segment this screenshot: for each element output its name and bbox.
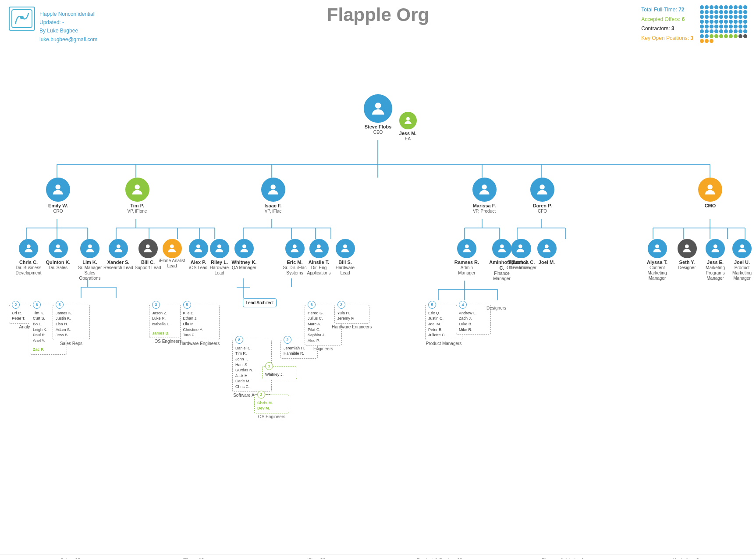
xander-node: Xander S. Research Lead (103, 239, 134, 271)
ios-badge: 3 (152, 301, 160, 309)
zachj2-title: Finance (513, 265, 529, 271)
page-title: Flapple Org (327, 4, 429, 25)
ea-title: EA (405, 136, 411, 142)
ea-avatar (399, 112, 417, 129)
sales-reps1-badge: 6 (33, 301, 41, 309)
daren-title: CFO (538, 209, 547, 214)
designers-group: Designers (486, 305, 506, 311)
tim-node: Tim P. VP, iFlone (122, 178, 153, 214)
marissa-title: VP, Product (473, 209, 496, 214)
alexp-name: Alex P. (191, 260, 206, 265)
svg-point-59 (56, 185, 60, 189)
stats-panel: Total Full-Time: 72 Accepted Offers: 6 C… (641, 5, 747, 43)
svg-point-65 (27, 245, 31, 249)
quinton-title: Dir. Sales (49, 265, 67, 271)
limk-avatar (80, 239, 99, 258)
key-open-stat: Key Open Positions: 3 (641, 34, 693, 43)
cmo-node: CMO (696, 178, 724, 209)
emily-title: CRO (53, 209, 63, 214)
jesse-avatar (706, 239, 725, 258)
svg-point-57 (375, 102, 381, 108)
svg-point-58 (406, 117, 410, 121)
hw-label: Hardware Engineers (180, 341, 220, 346)
billc-name: Bill C. (141, 260, 155, 265)
limk-node: Lim K. Sr. Manager Sales Operations (75, 239, 105, 281)
yulah-badge: 2 (337, 301, 345, 309)
tim-title: VP, iFlone (128, 209, 147, 214)
svg-point-82 (713, 245, 717, 249)
billc-avatar (138, 239, 158, 258)
emily-name: Emily W. (48, 203, 68, 209)
xander-name: Xander S. (107, 260, 130, 265)
andrew-group: 4 Andrew L.Zach J.Luke B.Mike R. (456, 305, 491, 335)
os-eng-group2: 2 Chris M.Dev M. OS Engineers (254, 395, 289, 419)
logo-icon (11, 9, 33, 28)
riley-name: Riley L. (211, 260, 228, 265)
isaac-name: Isaac F. (264, 203, 281, 209)
quinton-node: Quinton K. Dir. Sales (44, 239, 72, 271)
svg-point-67 (88, 245, 92, 249)
whitneyk-avatar (234, 239, 254, 258)
marissa-name: Marissa F. (473, 203, 496, 209)
ainslie-node: Ainslie T. Dir. Eng Applications (305, 239, 333, 276)
tim-avatar (125, 178, 149, 202)
os-eng-badge: 1 (265, 362, 273, 370)
joelm-name: Joel M. (539, 260, 555, 265)
footer: Sales: 18 iFlone: 13 Contractors: 1 iFla… (0, 555, 756, 559)
hw-badge: 5 (183, 301, 191, 309)
alyssa-avatar (648, 239, 667, 258)
svg-point-61 (270, 185, 275, 189)
designers-label-top: Designers (486, 306, 506, 310)
svg-point-74 (293, 245, 297, 249)
svg-point-80 (655, 245, 659, 249)
svg-point-63 (540, 185, 545, 189)
herod-label: Engineers (313, 346, 333, 351)
sw-arch-badge: 8 (235, 336, 243, 344)
os-eng-badge2: 2 (257, 391, 265, 399)
ainslie-title: Dir. Eng Applications (305, 265, 333, 276)
dots-visualization (700, 5, 747, 43)
tim-name: Tim P. (130, 203, 144, 209)
sales-reps1-green: Zac P. (33, 347, 64, 352)
alyssa-title: Content Marketing Manager (641, 265, 674, 281)
svg-point-73 (242, 245, 246, 249)
lead-architect-node: Lead Architect (239, 298, 280, 307)
sethy-title: Designer (678, 265, 696, 271)
ericm-name: Eric M. (287, 260, 302, 265)
joelu-title: Product Marketing Manager (727, 265, 756, 281)
sales-reps2-names: James K.Justin K.Lisa H.Adam S.Jess B. (56, 310, 87, 338)
whitneyk-title: QA Manager (232, 265, 256, 271)
svg-point-83 (740, 245, 744, 249)
os-eng-label: OS Engineers (258, 414, 285, 419)
sethy-node: Seth Y. Designer (673, 239, 701, 271)
bills-avatar (336, 239, 355, 258)
jesse-node: Jess E. Marketing Programs Manager (700, 239, 731, 281)
quinton-name: Quinton K. (46, 260, 70, 265)
header: Flapple Nonconfidential Updated: - By Lu… (0, 0, 756, 44)
email: luke.bugbee@gmail.com (39, 36, 97, 44)
svg-point-84 (518, 245, 522, 249)
chrisc-avatar (19, 239, 38, 258)
accepted-stat: Accepted Offers: 6 (641, 15, 693, 25)
quinton-avatar (49, 239, 68, 258)
ios-names: Jason Z.Luke R.Isabella I. (152, 310, 183, 327)
sethy-avatar (678, 239, 697, 258)
yulah-group: 2 Yula H.Jeremy F. Hardware Engineers (332, 305, 372, 329)
cmo-avatar (698, 178, 722, 202)
riley-avatar (210, 239, 229, 258)
jesse-name: Jess E. (707, 260, 724, 265)
svg-point-85 (545, 245, 549, 249)
full-time-stat: Total Full-Time: 72 (641, 5, 693, 15)
svg-point-72 (217, 245, 221, 249)
ios-green: James B. (152, 331, 183, 336)
hw-engineers-group: 5 Kile E.Ethan J.Lila M.Christine Y.Tara… (180, 305, 220, 346)
joelu-node: Joel U. Product Marketing Manager (727, 239, 756, 281)
emily-avatar (46, 178, 70, 202)
pm-names: Eric Q.Justin C.Joel M.Peter B.Juliette … (428, 310, 459, 338)
svg-point-60 (135, 185, 139, 189)
svg-point-64 (708, 185, 713, 189)
sales-reps2-label: Sales Reps (60, 341, 82, 346)
os-eng-names2: Chris M.Dev M. (257, 400, 286, 411)
ceo-name: Steve Flobs (365, 124, 392, 130)
os-eng-names: Whitney J. (265, 372, 294, 377)
